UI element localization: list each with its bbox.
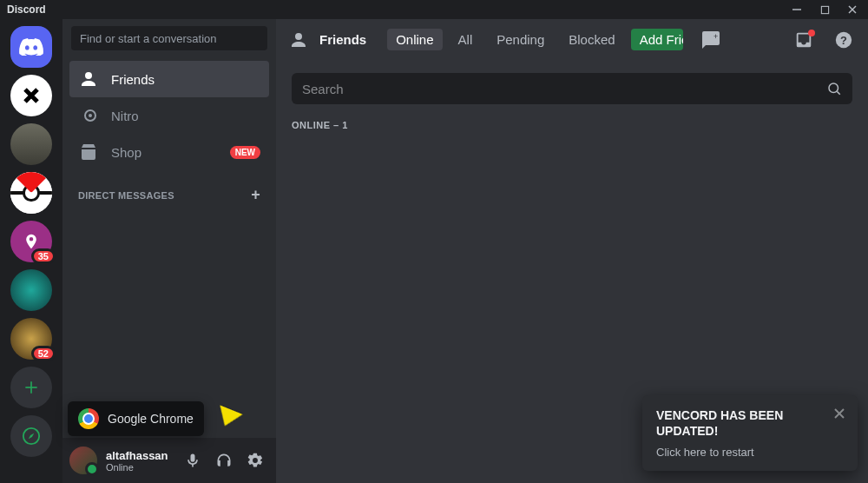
friends-search[interactable] (292, 73, 852, 104)
new-badge: NEW (230, 146, 260, 159)
nitro-icon (78, 105, 99, 126)
user-status: Online (106, 462, 175, 473)
user-panel: altafhassan Online (62, 438, 276, 483)
deafen-button[interactable] (210, 447, 238, 474)
close-window-button[interactable] (840, 2, 865, 17)
tab-pending[interactable]: Pending (488, 29, 553, 50)
user-avatar[interactable] (69, 447, 97, 474)
server-5[interactable] (10, 269, 52, 311)
gear-icon (247, 452, 264, 469)
server-icon (18, 83, 44, 109)
server-badge: 52 (31, 346, 56, 361)
svg-rect-1 (821, 6, 828, 13)
svg-text:+: + (713, 32, 718, 41)
create-dm-button[interactable]: + (251, 186, 260, 204)
shop-icon (78, 142, 99, 162)
plus-icon (23, 379, 40, 396)
server-icon (23, 233, 40, 250)
svg-point-9 (89, 114, 92, 117)
maximize-button[interactable] (812, 2, 837, 17)
server-1[interactable] (10, 75, 52, 116)
server-badge: 35 (31, 248, 56, 264)
nav-shop[interactable]: Shop NEW (69, 134, 269, 170)
explore-servers-button[interactable] (10, 415, 52, 457)
friends-icon (288, 30, 309, 50)
dm-header: DIRECT MESSAGES + (62, 174, 276, 209)
running-app-name: Google Chrome (108, 412, 194, 426)
toast-close-button[interactable] (830, 404, 849, 423)
close-icon (832, 407, 846, 420)
nav-friends[interactable]: Friends (69, 61, 269, 97)
svg-text:?: ? (840, 33, 847, 46)
search-icon (826, 81, 842, 96)
server-6[interactable]: 52 (10, 318, 52, 360)
user-settings-button[interactable] (241, 447, 269, 474)
nav-label: Friends (111, 72, 155, 87)
dm-header-label: DIRECT MESSAGES (78, 190, 174, 201)
toast-restart-link[interactable]: Click here to restart (656, 446, 844, 459)
toast-title: VENCORD HAS BEEN UPDATED! (656, 407, 844, 439)
compass-icon (22, 427, 41, 446)
search-input[interactable] (302, 82, 826, 96)
microphone-icon (184, 452, 201, 469)
header-title: Friends (319, 32, 366, 47)
top-header: Friends Online All Pending Blocked Add F… (276, 19, 868, 61)
home-button[interactable] (10, 26, 52, 68)
help-button[interactable]: ? (832, 28, 856, 52)
new-group-dm-button[interactable]: + (699, 28, 723, 52)
tab-online[interactable]: Online (387, 29, 442, 50)
nav-nitro[interactable]: Nitro (69, 97, 269, 134)
user-name: altafhassan (106, 449, 175, 462)
user-info[interactable]: altafhassan Online (106, 449, 175, 473)
svg-point-13 (829, 83, 838, 93)
mute-button[interactable] (179, 447, 207, 474)
window-controls (785, 2, 865, 17)
discord-logo-icon (19, 38, 43, 56)
nav-label: Nitro (111, 109, 139, 123)
add-friend-button[interactable]: Add Friend (631, 29, 683, 50)
guild-rail: 35 52 (0, 19, 62, 483)
find-conversation-button[interactable]: Find or start a conversation (71, 26, 267, 50)
update-toast: VENCORD HAS BEEN UPDATED! Click here to … (642, 395, 858, 471)
help-icon: ? (834, 30, 853, 50)
headphones-icon (215, 452, 233, 469)
inbox-button[interactable] (792, 28, 816, 52)
chat-plus-icon: + (700, 30, 721, 50)
title-bar: Discord (0, 0, 868, 19)
find-conversation-placeholder: Find or start a conversation (80, 32, 217, 45)
add-server-button[interactable] (10, 367, 52, 408)
friends-icon (78, 69, 99, 89)
app-name: Discord (7, 3, 46, 16)
server-4[interactable]: 35 (10, 221, 52, 262)
svg-line-14 (837, 91, 839, 94)
tab-blocked[interactable]: Blocked (560, 29, 623, 50)
online-section-label: ONLINE – 1 (292, 120, 852, 130)
tab-all[interactable]: All (450, 29, 482, 50)
running-app-card[interactable]: Google Chrome (68, 401, 204, 436)
notification-dot (808, 30, 815, 36)
server-3[interactable] (10, 172, 52, 214)
server-2[interactable] (10, 123, 52, 165)
nav-label: Shop (111, 145, 141, 160)
chrome-icon (78, 408, 99, 429)
minimize-button[interactable] (785, 2, 809, 17)
